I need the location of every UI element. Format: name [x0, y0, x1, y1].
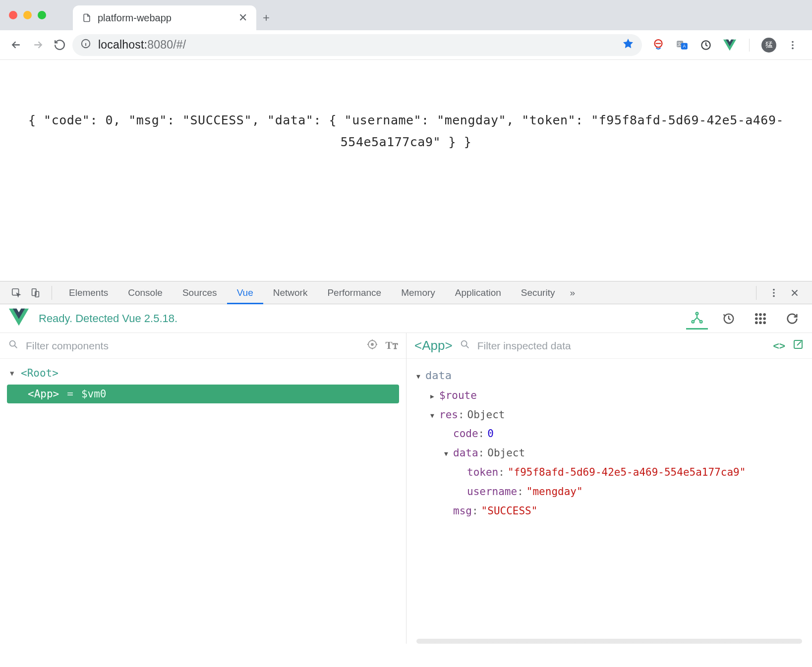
devtools-tab-memory[interactable]: Memory: [391, 281, 445, 304]
extension-icons: 文A 猛: [646, 38, 805, 53]
profile-avatar[interactable]: 猛: [761, 38, 776, 53]
svg-point-10: [792, 47, 794, 49]
select-in-page-icon[interactable]: [366, 338, 378, 353]
svg-text:A: A: [683, 44, 686, 49]
data-inspector-pane: <App> Filter inspected data <> ▼data ▶$r…: [406, 333, 812, 644]
new-tab-button[interactable]: [256, 5, 276, 30]
svg-point-25: [759, 317, 762, 320]
svg-point-8: [792, 41, 794, 43]
tab-title: platform-webapp: [98, 12, 232, 24]
vue-refresh-icon[interactable]: [781, 308, 803, 330]
horizontal-scrollbar[interactable]: [416, 639, 802, 644]
extension-translate-icon[interactable]: 文A: [675, 38, 690, 53]
window-zoom-dot[interactable]: [38, 11, 46, 19]
search-icon: [460, 339, 470, 352]
search-icon: [8, 339, 19, 352]
data-row-username[interactable]: username:"mengday": [416, 482, 802, 501]
devtools-tabs-overflow-icon[interactable]: »: [565, 287, 580, 298]
site-info-icon[interactable]: [80, 38, 91, 52]
page-icon: [82, 13, 92, 23]
current-component-label: <App>: [414, 338, 453, 353]
vue-tab-vuex-icon[interactable]: [718, 308, 740, 330]
caret-down-icon: ▼: [10, 369, 17, 377]
toolbar-separator: [749, 39, 750, 52]
vue-inspector-panes: Filter components Tᴛ ▼ <Root> <App> = $v…: [0, 333, 812, 644]
browser-tabstrip: platform-webapp ✕: [0, 0, 812, 30]
devtools-tab-vue[interactable]: Vue: [227, 281, 263, 304]
format-case-icon[interactable]: Tᴛ: [385, 339, 398, 352]
svg-text:文: 文: [677, 42, 682, 47]
data-row-code[interactable]: code:0: [416, 424, 802, 444]
extension-vue-icon[interactable]: [722, 38, 737, 53]
devtools-tab-sources[interactable]: Sources: [173, 281, 227, 304]
devtools-panel: Elements Console Sources Vue Network Per…: [0, 281, 812, 644]
devtools-menu-icon[interactable]: [763, 287, 784, 298]
component-filter-row: Filter components Tᴛ: [0, 333, 406, 359]
svg-point-22: [759, 313, 762, 316]
data-row-res[interactable]: ▼res:Object: [416, 405, 802, 425]
svg-point-24: [755, 317, 758, 320]
data-row-token[interactable]: token:"f95f8afd-5d69-42e5-a469-554e5a177…: [416, 463, 802, 482]
tab-close-icon[interactable]: ✕: [238, 12, 247, 23]
address-bar[interactable]: localhost:8080/#/: [72, 34, 642, 56]
devtools-tab-elements[interactable]: Elements: [59, 281, 118, 304]
svg-point-21: [755, 313, 758, 316]
svg-point-17: [696, 313, 698, 315]
tree-selected-row[interactable]: <App> = $vm0: [7, 385, 399, 403]
svg-rect-2: [656, 43, 661, 44]
device-toolbar-icon[interactable]: [26, 287, 45, 298]
extension-devtools-refresh-icon[interactable]: [698, 38, 713, 53]
svg-point-28: [759, 321, 762, 324]
selected-vm-var: $vm0: [81, 388, 107, 400]
devtools-tab-security[interactable]: Security: [511, 281, 565, 304]
vue-logo-icon: [9, 308, 29, 329]
page-json-text: { "code": 0, "msg": "SUCCESS", "data": {…: [28, 113, 784, 149]
vue-status-text: Ready. Detected Vue 2.5.18.: [39, 312, 177, 325]
vue-tab-components-icon[interactable]: [686, 308, 708, 330]
svg-point-9: [792, 44, 794, 46]
browser-tab-active[interactable]: platform-webapp ✕: [73, 5, 256, 30]
svg-point-14: [773, 288, 775, 290]
inspect-dom-icon[interactable]: <>: [773, 340, 785, 352]
open-in-editor-icon[interactable]: [792, 338, 804, 353]
selected-component-label: <App>: [28, 388, 59, 400]
window-traffic-lights: [6, 0, 51, 30]
element-picker-icon[interactable]: [7, 287, 26, 298]
svg-point-30: [10, 341, 15, 346]
component-tree-pane: Filter components Tᴛ ▼ <Root> <App> = $v…: [0, 333, 406, 644]
devtools-close-icon[interactable]: [784, 287, 805, 298]
component-tree: ▼ <Root> <App> = $vm0: [0, 359, 406, 410]
root-component-label: <Root>: [21, 367, 58, 379]
data-section-header[interactable]: ▼data: [416, 366, 802, 386]
devtools-tab-application[interactable]: Application: [445, 281, 511, 304]
vue-tab-events-icon[interactable]: [750, 308, 771, 330]
extension-adblock-icon[interactable]: [651, 38, 666, 53]
devtools-tab-performance[interactable]: Performance: [317, 281, 391, 304]
data-filter-input[interactable]: Filter inspected data: [477, 340, 766, 352]
data-tree: ▼data ▶$route ▼res:Object code:0 ▼data:O…: [406, 359, 812, 531]
data-row-route[interactable]: ▶$route: [416, 386, 802, 405]
svg-point-32: [371, 343, 373, 345]
tree-root-row[interactable]: ▼ <Root>: [5, 364, 401, 383]
svg-point-29: [763, 321, 766, 324]
page-content: { "code": 0, "msg": "SUCCESS", "data": {…: [0, 60, 812, 281]
svg-point-16: [773, 295, 775, 297]
browser-menu-button[interactable]: [785, 38, 800, 53]
browser-toolbar: localhost:8080/#/ 文A 猛: [0, 30, 812, 60]
component-filter-input[interactable]: Filter components: [26, 340, 359, 352]
devtools-tab-console[interactable]: Console: [118, 281, 173, 304]
nav-forward-button[interactable]: [29, 36, 47, 54]
devtools-tab-network[interactable]: Network: [263, 281, 318, 304]
window-close-dot[interactable]: [9, 11, 17, 19]
data-row-msg[interactable]: msg:"SUCCESS": [416, 501, 802, 521]
svg-point-15: [773, 292, 775, 294]
nav-back-button[interactable]: [7, 36, 25, 54]
svg-point-33: [461, 341, 466, 346]
bookmark-star-icon[interactable]: [622, 38, 634, 53]
data-row-data[interactable]: ▼data:Object: [416, 444, 802, 463]
window-minimize-dot[interactable]: [23, 11, 32, 19]
vue-devtools-header: Ready. Detected Vue 2.5.18.: [0, 304, 812, 333]
data-filter-row: <App> Filter inspected data <>: [406, 333, 812, 359]
svg-point-23: [763, 313, 766, 316]
nav-reload-button[interactable]: [51, 36, 68, 54]
